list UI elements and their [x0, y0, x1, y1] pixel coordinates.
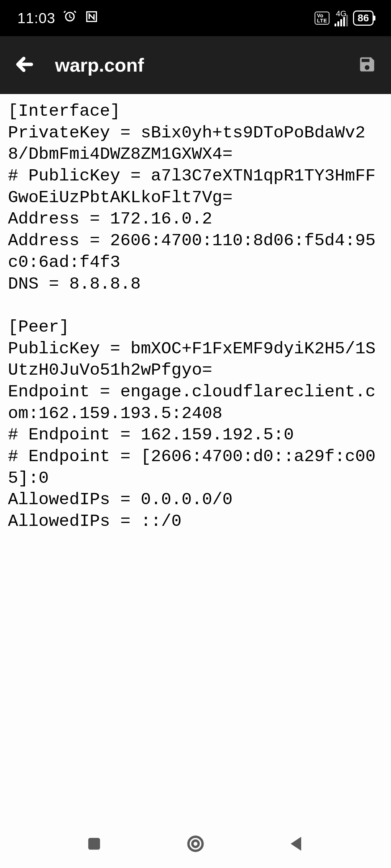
svg-point-1: [189, 837, 203, 851]
nfc-icon: [84, 9, 99, 27]
back-nav-button[interactable]: [287, 834, 306, 855]
app-bar: warp.conf: [0, 36, 391, 94]
status-bar: 11:03 Vo LTE 4G 86: [0, 0, 391, 36]
alarm-icon: [63, 9, 77, 27]
status-clock: 11:03: [17, 10, 55, 26]
network-4g-icon: 4G: [335, 10, 348, 26]
back-button[interactable]: [14, 54, 35, 76]
status-right: Vo LTE 4G 86: [315, 10, 374, 26]
battery-indicator: 86: [353, 10, 374, 26]
svg-point-2: [192, 841, 198, 847]
file-content[interactable]: [Interface] PrivateKey = sBix0yh+ts9DToP…: [0, 94, 391, 821]
signal-icon: [335, 16, 348, 26]
recent-apps-button[interactable]: [85, 834, 104, 855]
home-button[interactable]: [186, 834, 205, 855]
navigation-bar: [0, 821, 391, 868]
volte-icon: Vo LTE: [315, 12, 329, 25]
page-title: warp.conf: [55, 54, 337, 76]
save-button[interactable]: [358, 55, 377, 75]
status-left: 11:03: [17, 9, 99, 27]
svg-rect-0: [89, 838, 100, 849]
